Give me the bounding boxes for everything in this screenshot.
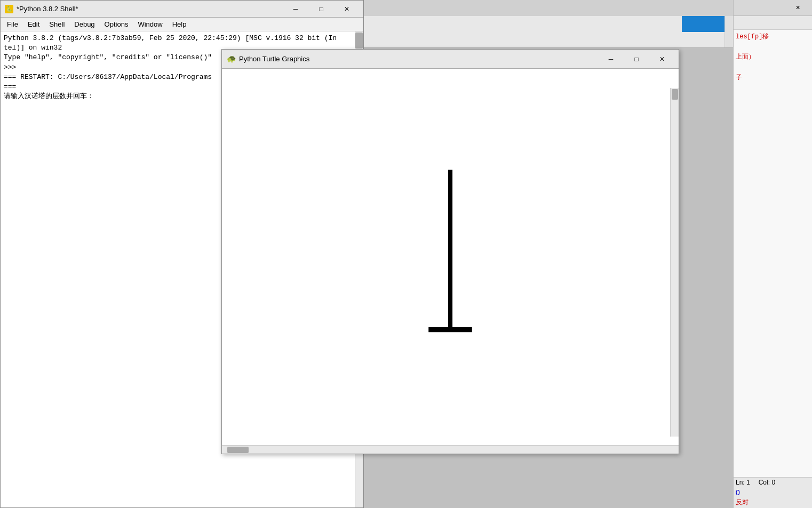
shell-menu-bar: File Edit Shell Debug Options Window Hel… — [1, 18, 363, 31]
shell-line-1: Python 3.8.2 (tags/v3.8.2:7b3ab59, Feb 2… — [4, 34, 360, 43]
turtle-titlebar-left: 🐢 Python Turtle Graphics — [226, 54, 309, 64]
turtle-app-icon: 🐢 — [226, 54, 236, 64]
status-col: Col: 0 — [759, 479, 775, 486]
bg-window-highlight — [682, 16, 725, 32]
turtle-window-controls: ─ □ ✕ — [599, 52, 674, 67]
turtle-canvas — [222, 69, 679, 445]
turtle-titlebar: 🐢 Python Turtle Graphics ─ □ ✕ — [222, 50, 679, 69]
titlebar-left: 🐍 *Python 3.8.2 Shell* — [5, 5, 78, 13]
status-ln: Ln: 1 — [736, 479, 750, 486]
right-line-4 — [736, 63, 810, 73]
menu-edit[interactable]: Edit — [23, 19, 44, 29]
background-window — [364, 0, 733, 48]
shell-minimize-button[interactable]: ─ — [283, 2, 308, 17]
turtle-pole — [448, 170, 452, 327]
right-line-5: 子 — [736, 73, 810, 83]
turtle-title: Python Turtle Graphics — [239, 55, 309, 63]
right-panel-code: les[fp]移 上面） 子 — [734, 30, 812, 85]
right-panel-titlebar: ✕ — [734, 0, 812, 16]
shell-close-button[interactable]: ✕ — [335, 2, 359, 17]
turtle-svg-drawing — [222, 69, 679, 445]
shell-scrollbar-thumb — [355, 33, 363, 49]
footer-label: 反对 — [736, 498, 810, 507]
menu-file[interactable]: File — [3, 19, 22, 29]
shell-maximize-button[interactable]: □ — [309, 2, 333, 17]
turtle-vscroll-thumb — [672, 89, 678, 100]
menu-options[interactable]: Options — [100, 19, 133, 29]
bg-window-scrollbar[interactable] — [725, 16, 733, 47]
turtle-close-button[interactable]: ✕ — [650, 52, 674, 67]
menu-window[interactable]: Window — [133, 19, 166, 29]
right-panel: ✕ les[fp]移 上面） 子 Ln: 1 Col: 0 0 反对 — [733, 0, 812, 508]
turtle-minimize-button[interactable]: ─ — [599, 52, 623, 67]
menu-shell[interactable]: Shell — [45, 19, 69, 29]
shell-titlebar: 🐍 *Python 3.8.2 Shell* ─ □ ✕ — [1, 1, 363, 18]
right-panel-menubar — [734, 16, 812, 30]
menu-debug[interactable]: Debug — [70, 19, 99, 29]
turtle-maximize-button[interactable]: □ — [624, 52, 649, 67]
shell-window-controls: ─ □ ✕ — [283, 2, 359, 17]
turtle-hscroll[interactable] — [222, 445, 679, 454]
python-icon: 🐍 — [5, 5, 13, 13]
bg-window-titlebar — [364, 0, 733, 16]
status-number: 0 — [736, 488, 810, 497]
right-close-button[interactable]: ✕ — [785, 1, 810, 15]
turtle-vscroll[interactable] — [670, 88, 679, 437]
right-panel-status: Ln: 1 Col: 0 0 反对 — [734, 477, 812, 508]
status-bar: Ln: 1 Col: 0 — [736, 479, 810, 486]
menu-help[interactable]: Help — [168, 19, 191, 29]
shell-title: *Python 3.8.2 Shell* — [17, 5, 78, 13]
right-line-3: 上面） — [736, 52, 810, 62]
turtle-hscroll-thumb — [227, 447, 249, 453]
right-line-1: les[fp]移 — [736, 32, 810, 42]
right-line-2 — [736, 42, 810, 52]
turtle-window: 🐢 Python Turtle Graphics ─ □ ✕ — [221, 49, 679, 454]
turtle-base — [428, 327, 472, 332]
